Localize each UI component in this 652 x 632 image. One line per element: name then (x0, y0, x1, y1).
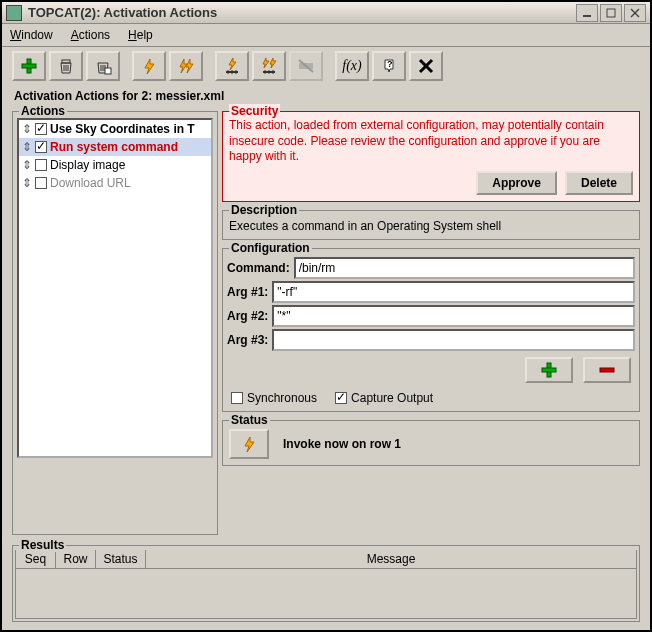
drag-handle-icon[interactable]: ⇕ (22, 140, 32, 154)
action-row[interactable]: ⇕ Run system command (19, 138, 211, 156)
arg3-label: Arg #3: (227, 333, 268, 347)
security-text: This action, loaded from external config… (229, 118, 633, 165)
status-panel: Status Invoke now on row 1 (222, 420, 640, 466)
svg-rect-5 (22, 64, 36, 68)
configuration-legend: Configuration (229, 241, 312, 255)
action-label: Display image (50, 158, 125, 172)
arg2-label: Arg #2: (227, 309, 268, 323)
security-panel: Security This action, loaded from extern… (222, 111, 640, 202)
help-button[interactable]: ? (372, 51, 406, 81)
add-action-button[interactable] (12, 51, 46, 81)
close-button[interactable] (409, 51, 443, 81)
titlebar: TOPCAT(2): Activation Actions (2, 2, 650, 24)
app-icon (6, 5, 22, 21)
svg-text:?: ? (387, 59, 393, 69)
description-legend: Description (229, 203, 299, 217)
results-body (15, 569, 637, 619)
svg-rect-13 (105, 68, 111, 74)
command-input[interactable] (294, 257, 635, 279)
maximize-button[interactable] (600, 4, 622, 22)
actions-list: ⇕ Use Sky Coordinates in T ⇕ Run system … (17, 118, 213, 458)
col-message[interactable]: Message (146, 550, 637, 569)
synchronous-checkbox-row[interactable]: Synchronous (231, 391, 317, 405)
arg2-input[interactable] (272, 305, 635, 327)
pause-seq-button[interactable] (289, 51, 323, 81)
toolbar: f(x) ? (2, 47, 650, 85)
approve-button[interactable]: Approve (476, 171, 557, 195)
invoke-single-button[interactable] (132, 51, 166, 81)
svg-rect-9 (62, 60, 70, 63)
results-panel: Results Seq Row Status Message (12, 545, 640, 622)
arg1-label: Arg #1: (227, 285, 268, 299)
configuration-panel: Configuration Command: Arg #1: Arg #2: A… (222, 248, 640, 412)
minimize-button[interactable] (576, 4, 598, 22)
invoke-all-single-button[interactable] (215, 51, 249, 81)
action-checkbox[interactable] (35, 123, 47, 135)
arg1-input[interactable] (272, 281, 635, 303)
action-label: Download URL (50, 176, 131, 190)
menu-window[interactable]: Window (8, 26, 55, 44)
capture-checkbox[interactable] (335, 392, 347, 404)
close-window-button[interactable] (624, 4, 646, 22)
function-button[interactable]: f(x) (335, 51, 369, 81)
action-row[interactable]: ⇕ Download URL (19, 174, 211, 192)
menu-help[interactable]: Help (126, 26, 155, 44)
col-row[interactable]: Row (56, 550, 96, 569)
action-checkbox[interactable] (35, 177, 47, 189)
content-heading: Activation Actions for 2: messier.xml (2, 85, 650, 105)
remove-action-button[interactable] (49, 51, 83, 81)
svg-rect-28 (542, 368, 556, 372)
invoke-all-multi-button[interactable] (252, 51, 286, 81)
synchronous-label: Synchronous (247, 391, 317, 405)
synchronous-checkbox[interactable] (231, 392, 243, 404)
app-window: TOPCAT(2): Activation Actions Window Act… (0, 0, 652, 632)
action-row[interactable]: ⇕ Display image (19, 156, 211, 174)
arg3-input[interactable] (272, 329, 635, 351)
menu-actions[interactable]: Actions (69, 26, 112, 44)
remove-inactive-button[interactable] (86, 51, 120, 81)
col-seq[interactable]: Seq (16, 550, 56, 569)
action-label: Use Sky Coordinates in T (50, 122, 195, 136)
svg-rect-29 (600, 368, 614, 372)
status-text: Invoke now on row 1 (283, 437, 401, 451)
results-table: Seq Row Status Message (15, 550, 637, 569)
drag-handle-icon[interactable]: ⇕ (22, 122, 32, 136)
invoke-multi-button[interactable] (169, 51, 203, 81)
action-label: Run system command (50, 140, 178, 154)
description-panel: Description Executes a command in an Ope… (222, 210, 640, 240)
svg-rect-1 (607, 9, 615, 17)
main-area: Actions ⇕ Use Sky Coordinates in T ⇕ Run… (2, 105, 650, 539)
description-text: Executes a command in an Operating Syste… (227, 217, 635, 235)
drag-handle-icon[interactable]: ⇕ (22, 158, 32, 172)
action-checkbox[interactable] (35, 159, 47, 171)
action-checkbox[interactable] (35, 141, 47, 153)
actions-legend: Actions (19, 104, 67, 118)
col-status[interactable]: Status (96, 550, 146, 569)
capture-label: Capture Output (351, 391, 433, 405)
menubar: Window Actions Help (2, 24, 650, 47)
action-row[interactable]: ⇕ Use Sky Coordinates in T (19, 120, 211, 138)
delete-button[interactable]: Delete (565, 171, 633, 195)
window-title: TOPCAT(2): Activation Actions (26, 5, 575, 20)
capture-checkbox-row[interactable]: Capture Output (335, 391, 433, 405)
svg-rect-0 (583, 15, 591, 17)
security-legend: Security (229, 104, 280, 118)
drag-handle-icon[interactable]: ⇕ (22, 176, 32, 190)
add-arg-button[interactable] (525, 357, 573, 383)
command-label: Command: (227, 261, 290, 275)
results-legend: Results (19, 538, 66, 552)
invoke-now-button[interactable] (229, 429, 269, 459)
remove-arg-button[interactable] (583, 357, 631, 383)
status-legend: Status (229, 413, 270, 427)
